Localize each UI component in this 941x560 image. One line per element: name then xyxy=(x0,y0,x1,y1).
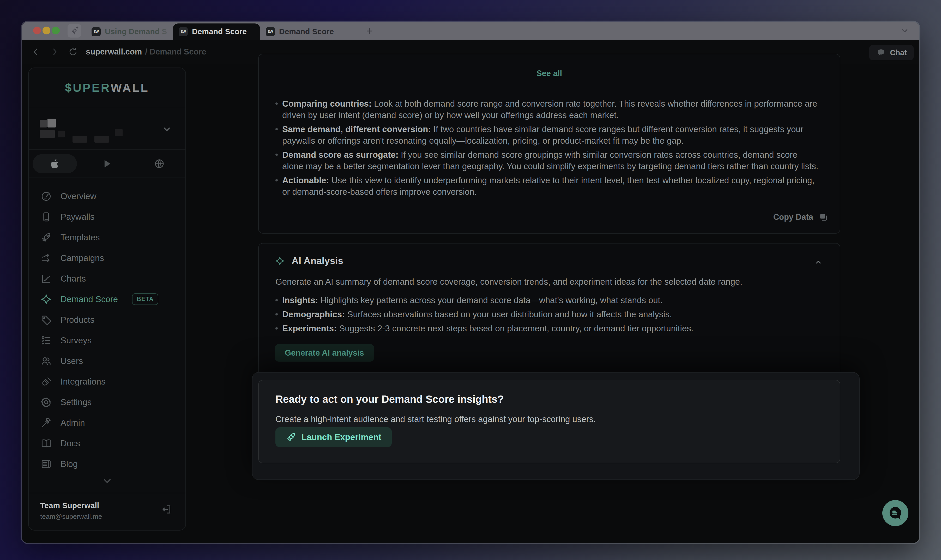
chevron-down-icon xyxy=(162,125,172,134)
sidebar-item-label: Demand Score xyxy=(60,294,118,304)
list-item: Demographics: Surfaces observations base… xyxy=(276,309,819,320)
sidebar-item-docs[interactable]: Docs xyxy=(29,433,185,454)
sidebar-item-charts[interactable]: Charts xyxy=(29,268,185,289)
workspace-name-redacted xyxy=(40,120,47,128)
sidebar-item-admin[interactable]: Admin xyxy=(29,412,185,433)
superwall-favicon: $W xyxy=(92,27,101,36)
sidebar-item-label: Docs xyxy=(60,438,80,448)
google-play-icon xyxy=(102,158,112,169)
chat-button[interactable]: Chat xyxy=(869,45,913,60)
cta-overlay-panel: Ready to act on your Demand Score insigh… xyxy=(252,372,859,480)
platform-android[interactable] xyxy=(81,150,133,177)
sidebar-item-blog[interactable]: Blog xyxy=(29,454,185,474)
cta-heading: Ready to act on your Demand Score insigh… xyxy=(276,394,504,405)
plus-icon xyxy=(365,26,374,35)
support-chat-widget-button[interactable] xyxy=(882,500,909,526)
sidebar-item-overview[interactable]: Overview xyxy=(29,186,185,206)
plug-icon xyxy=(40,376,52,388)
speech-bubble-icon xyxy=(876,48,886,58)
sidebar-item-label: Users xyxy=(60,356,83,366)
sidebar-item-users[interactable]: Users xyxy=(29,351,185,371)
sidebar-item-templates[interactable]: Templates xyxy=(29,227,185,248)
reload-button[interactable] xyxy=(67,46,79,58)
platform-switcher xyxy=(29,150,185,178)
split-arrows-icon xyxy=(40,252,52,264)
cta-card: Ready to act on your Demand Score insigh… xyxy=(258,380,840,463)
hammer-icon xyxy=(40,417,52,429)
launch-experiment-button[interactable]: Launch Experiment xyxy=(276,427,392,447)
sidebar-item-label: Admin xyxy=(60,418,85,428)
rocket-icon xyxy=(286,432,296,442)
sidebar-item-paywalls[interactable]: Paywalls xyxy=(29,206,185,227)
tab-list: $W Using Demand Score in $W Demand Score… xyxy=(86,23,347,40)
book-icon xyxy=(40,437,52,449)
sparkle-icon xyxy=(40,293,52,305)
users-icon xyxy=(40,355,52,367)
superwall-logo: $UPERWALL xyxy=(29,68,185,108)
insights-card: See all Comparing countries: Look at bot… xyxy=(258,54,840,234)
phone-icon xyxy=(40,211,52,223)
list-item: Same demand, different conversion: If tw… xyxy=(276,123,819,146)
account-name: Team Superwall xyxy=(40,501,99,510)
chat-bubble-icon xyxy=(887,505,904,522)
line-chart-icon xyxy=(40,273,52,285)
ai-analysis-header: AI Analysis xyxy=(275,255,343,266)
sidebar: $UPERWALL xyxy=(28,68,186,531)
new-tab-button[interactable] xyxy=(364,25,375,37)
ai-analysis-card: AI Analysis Generate an AI summary of de… xyxy=(258,243,840,378)
tab-bar: $W Using Demand Score in $W Demand Score… xyxy=(22,22,919,40)
sidebar-item-demand-score[interactable]: Demand Score BETA xyxy=(29,289,185,309)
page-content: $UPERWALL xyxy=(22,64,919,543)
sidebar-item-label: Blog xyxy=(60,459,78,469)
sidebar-footer: Team Superwall team@superwall.me xyxy=(29,493,185,531)
ai-bullet-list: Insights: Highlights key patterns across… xyxy=(268,295,819,337)
rocket-icon xyxy=(40,231,52,243)
chevron-left-icon xyxy=(31,47,41,57)
platform-web[interactable] xyxy=(133,150,185,177)
address-bar[interactable]: superwall.com / Demand Score xyxy=(86,40,206,64)
apple-icon xyxy=(32,154,77,173)
desktop-background: $W Using Demand Score in $W Demand Score… xyxy=(0,0,941,560)
insights-bullet-list: Comparing countries: Look at both demand… xyxy=(268,98,819,200)
sidebar-item-label: Charts xyxy=(60,274,86,284)
tab-demand-score[interactable]: $W Demand Score xyxy=(260,23,347,40)
sidebar-item-surveys[interactable]: Surveys xyxy=(29,330,185,351)
checklist-icon xyxy=(40,334,52,346)
fullscreen-window-button[interactable] xyxy=(52,26,60,34)
gauge-icon xyxy=(40,190,52,202)
minimize-window-button[interactable] xyxy=(43,26,50,34)
see-all-link[interactable]: See all xyxy=(259,69,840,78)
chevron-right-icon xyxy=(49,47,60,57)
collapse-button[interactable] xyxy=(814,258,823,267)
sidebar-item-products[interactable]: Products xyxy=(29,309,185,330)
workspace-switcher[interactable] xyxy=(29,108,185,150)
forward-button[interactable] xyxy=(49,46,60,58)
logout-button[interactable] xyxy=(160,504,172,515)
sidebar-item-integrations[interactable]: Integrations xyxy=(29,371,185,392)
copy-data-button[interactable]: Copy Data xyxy=(773,212,829,222)
generate-ai-analysis-button[interactable]: Generate AI analysis xyxy=(275,344,374,362)
back-button[interactable] xyxy=(30,46,42,58)
sidebar-item-label: Surveys xyxy=(60,335,92,345)
sparkle-icon xyxy=(275,256,285,266)
cta-subtext: Create a high-intent audience and start … xyxy=(276,414,596,424)
tab-using-demand-score[interactable]: $W Using Demand Score in xyxy=(86,23,173,40)
sidebar-item-label: Campaigns xyxy=(60,253,104,263)
close-window-button[interactable] xyxy=(33,26,41,34)
tag-icon xyxy=(40,314,52,326)
reload-icon xyxy=(68,47,78,57)
sidebar-item-label: Settings xyxy=(60,397,92,407)
sidebar-item-settings[interactable]: Settings xyxy=(29,392,185,412)
tab-overview-button[interactable] xyxy=(899,26,910,35)
list-item: Actionable: Use this view to identify un… xyxy=(276,175,819,198)
sidebar-item-label: Integrations xyxy=(60,377,105,387)
sidebar-item-label: Products xyxy=(60,315,94,325)
ai-analysis-description: Generate an AI summary of demand score c… xyxy=(276,277,742,287)
tab-demand-score-active[interactable]: $W Demand Score xyxy=(173,23,260,40)
gear-icon xyxy=(40,396,52,408)
sidebar-scroll-chevron-icon[interactable] xyxy=(29,475,185,487)
divider xyxy=(259,89,840,89)
sidebar-item-campaigns[interactable]: Campaigns xyxy=(29,248,185,268)
pin-tab-button[interactable] xyxy=(68,24,81,37)
platform-ios[interactable] xyxy=(29,150,81,177)
